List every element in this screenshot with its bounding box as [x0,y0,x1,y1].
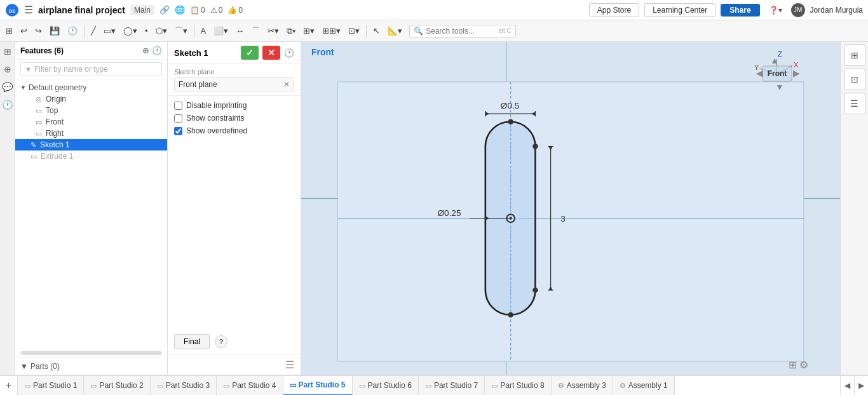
dimension-tool[interactable]: ↔ [233,24,247,37]
tab-icon: ▭ [24,382,31,390]
option-show-overdefined[interactable]: Show overdefined [174,126,294,135]
viewport[interactable]: Front [301,42,840,375]
share-button[interactable]: Share [721,4,759,17]
tab-part-studio-5[interactable]: ▭ Part Studio 5 [283,375,353,395]
tab-assembly-1[interactable]: ⚙ Assembly 1 [613,375,675,395]
grid-display[interactable]: ⊞⊞▾ [319,24,344,37]
tab-part-studio-2[interactable]: ▭ Part Studio 2 [84,375,150,395]
sketch-panel-title: Sketch 1 [174,48,237,58]
polygon-tool[interactable]: ⬡▾ [153,24,170,37]
tree-item-front[interactable]: ▭ Front [15,116,167,128]
history-icon[interactable]: 🕐 [64,24,81,37]
undo-button[interactable]: ↩ [17,24,31,37]
curve-tool[interactable]: ⌒ [248,23,263,39]
show-constraints-checkbox[interactable] [174,114,182,123]
search-input[interactable] [426,27,496,36]
link-icon[interactable]: 🔗 [159,5,170,15]
globe-icon[interactable]: 🌐 [175,5,185,15]
hamburger-icon[interactable]: ☰ [24,4,33,16]
sketch-icon: ✎ [31,141,36,149]
app-store-button[interactable]: App Store [589,3,639,17]
tree-item-label: Right [46,129,64,138]
right-panel-btn1[interactable]: ⊞ [844,44,865,66]
rect-tool[interactable]: ▭▾ [100,24,119,37]
project-tool[interactable]: ⬜▾ [210,24,231,37]
tab-part-studio-1[interactable]: ▭ Part Studio 1 [18,375,84,395]
disable-imprinting-checkbox[interactable] [174,102,182,110]
pattern-tool[interactable]: ⊞▾ [300,24,318,37]
show-constraints-label: Show constraints [186,114,244,123]
tree-item-origin[interactable]: ◎ Origin [15,93,167,105]
transform-tool[interactable]: ⊡▾ [345,24,363,37]
left-icon-bar: ⊞ ⊕ 💬 🕐 [0,42,15,375]
list-icon[interactable]: ☰ [285,359,294,371]
right-panel-btn3[interactable]: ☰ [844,93,865,114]
right-panel-btn2[interactable]: ⊡ [844,69,865,90]
tree-item-sketch1[interactable]: ✎ Sketch 1 [15,139,167,151]
add-tab-button[interactable]: + [0,375,18,395]
plane-close-icon[interactable]: ✕ [283,80,290,89]
tab-part-studio-3[interactable]: ▭ Part Studio 3 [151,375,217,395]
settings-icon[interactable]: ⚙ [799,359,808,371]
user-name[interactable]: Jordan Murguia [810,6,863,15]
svg-text:Ø0.5: Ø0.5 [501,101,520,110]
redo-button[interactable]: ↪ [32,24,45,37]
sketch-footer: Final ? [168,329,301,354]
show-overdefined-checkbox[interactable] [174,127,182,135]
grid-icon[interactable]: ⊞ [789,359,797,371]
tab-part-studio-6[interactable]: ▭ Part Studio 6 [353,375,419,395]
circle-tool[interactable]: ◯▾ [120,24,140,37]
point-tool[interactable]: • [142,24,151,37]
tree-item-top[interactable]: ▭ Top [15,105,167,116]
arc-tool[interactable]: ⌒▾ [172,23,191,39]
sidebar-action-icons: ⊕ 🕐 [142,46,162,55]
clock-icon[interactable]: 🕐 [152,46,162,55]
mirror-tool[interactable]: ⧉▾ [283,24,299,38]
tree-item-label: Top [46,106,58,115]
clock-icon-sketch[interactable]: 🕐 [284,48,294,58]
final-button[interactable]: Final [174,334,210,349]
option-disable-imprinting[interactable]: Disable imprinting [174,101,294,110]
line-tool[interactable]: ╱ [88,24,99,37]
tab-label: Part Studio 4 [232,381,276,390]
measure-tool[interactable]: 📐▾ [384,24,405,37]
tab-next-button[interactable]: ▶ [854,375,868,395]
tree-item-extrude1[interactable]: ▭ Extrude 1 [15,151,167,162]
tab-label: Part Studio 7 [434,381,478,390]
tab-prev-button[interactable]: ◀ [840,375,854,395]
copy-icon: 📋 [190,6,200,15]
history-panel-icon[interactable]: 🕐 [2,98,13,112]
add-feature-icon[interactable]: ⊕ [4,62,11,76]
sketch-cancel-button[interactable]: ✕ [262,46,280,60]
tab-part-studio-7[interactable]: ▭ Part Studio 7 [419,375,485,395]
tab-icon: ▭ [359,382,365,390]
help-button[interactable]: ? [215,335,227,348]
add-feature-icon[interactable]: ⊕ [142,46,149,55]
toolbar-grid-icon[interactable]: ⊞ [3,24,16,37]
tab-icon: ▭ [90,382,97,390]
sketch-plane-label: Sketch plane [174,68,294,76]
sketch-confirm-button[interactable]: ✓ [241,46,259,60]
text-tool[interactable]: A [198,24,210,37]
filter-placeholder[interactable]: Filter by name or type [34,65,108,74]
parts-title[interactable]: ▼ Parts (0) [20,362,162,371]
feature-list-icon[interactable]: ⊞ [4,44,11,58]
learning-center-button[interactable]: Learning Center [644,3,715,17]
svg-text:▶: ▶ [793,68,800,78]
tab-part-studio-8[interactable]: ▭ Part Studio 8 [485,375,551,395]
tab-assembly-3[interactable]: ⚙ Assembly 3 [552,375,613,395]
option-show-constraints[interactable]: Show constraints [174,114,294,123]
parts-label: Parts (0) [31,362,60,371]
cut-tool[interactable]: ✂▾ [264,24,282,37]
tab-part-studio-4[interactable]: ▭ Part Studio 4 [217,375,283,395]
default-geometry-group[interactable]: ▼ Default geometry [15,82,167,93]
select-tool[interactable]: ↖ [370,24,383,37]
axis-cube[interactable]: X Z Y Front ◀ ▶ ▼ ▼ [751,50,802,102]
scrollbar[interactable] [20,351,162,355]
save-icon[interactable]: 💾 [46,24,63,37]
tree-item-right[interactable]: ▭ Right [15,128,167,139]
comment-icon[interactable]: 💬 [2,80,13,94]
group-label: Default geometry [29,83,86,92]
help-button[interactable]: ❓▾ [765,4,786,17]
branch-name[interactable]: Main [130,5,154,15]
